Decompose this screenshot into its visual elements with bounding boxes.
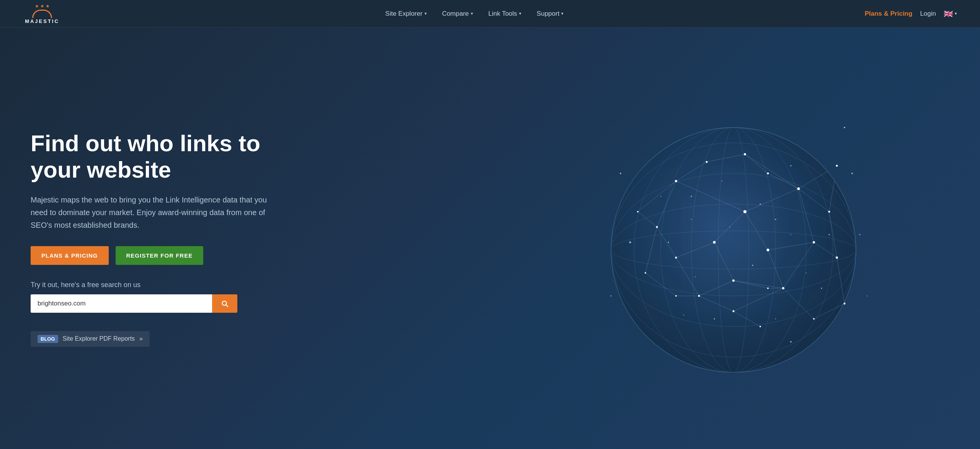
svg-point-60: [813, 241, 815, 243]
svg-point-100: [790, 341, 792, 343]
nav-right: Plans & Pricing Login 🇬🇧 ▾: [865, 9, 957, 18]
nav-compare[interactable]: Compare ▾: [436, 7, 479, 21]
svg-point-72: [637, 211, 639, 212]
hero-title: Find out who links to your website: [31, 130, 299, 183]
logo-text: MAJESTIC: [25, 18, 59, 24]
nav-link-tools-label: Link Tools: [488, 10, 517, 18]
svg-point-97: [844, 127, 845, 128]
svg-point-58: [675, 256, 677, 258]
svg-point-55: [732, 279, 735, 282]
chevron-down-icon: ▾: [955, 11, 957, 16]
svg-point-75: [691, 196, 692, 197]
hero-description: Majestic maps the web to bring you the L…: [31, 194, 268, 232]
svg-point-88: [775, 318, 776, 319]
svg-point-82: [806, 273, 807, 273]
chevron-down-icon: ▾: [561, 11, 564, 16]
blog-banner[interactable]: BLOG Site Explorer PDF Reports »: [31, 331, 150, 347]
blog-arrow-icon: »: [139, 335, 143, 342]
logo[interactable]: ★ ★ ★ MAJESTIC: [23, 3, 61, 24]
logo-arch: [32, 10, 52, 18]
svg-point-50: [743, 210, 746, 213]
svg-point-77: [775, 219, 776, 220]
svg-point-93: [620, 173, 621, 174]
star-3: ★: [46, 3, 50, 9]
blog-text: Site Explorer PDF Reports: [63, 335, 135, 342]
nav-link-tools[interactable]: Link Tools ▾: [482, 7, 528, 21]
flag-icon: 🇬🇧: [944, 9, 953, 18]
svg-point-65: [767, 172, 769, 174]
svg-point-99: [867, 295, 868, 296]
plans-pricing-link[interactable]: Plans & Pricing: [865, 10, 913, 18]
svg-point-83: [821, 287, 822, 289]
logo-stars: ★ ★ ★: [35, 3, 50, 9]
nav-compare-label: Compare: [442, 10, 469, 18]
svg-point-64: [744, 153, 746, 155]
hero-buttons: PLANS & PRICING REGISTER FOR FREE: [31, 246, 299, 265]
svg-point-90: [691, 219, 692, 220]
globe-container: [599, 104, 867, 372]
nav-site-explorer-label: Site Explorer: [385, 10, 422, 18]
svg-point-66: [645, 272, 646, 274]
star-1: ★: [35, 3, 39, 9]
language-selector[interactable]: 🇬🇧 ▾: [944, 9, 957, 18]
svg-point-51: [713, 241, 716, 243]
nav-center: Site Explorer ▾ Compare ▾ Link Tools ▾ S…: [84, 7, 865, 21]
svg-point-52: [767, 248, 769, 251]
svg-point-87: [791, 165, 792, 166]
search-icon: [220, 299, 229, 308]
hero-left: Find out who links to your website Majes…: [31, 130, 299, 347]
nav-support-label: Support: [537, 10, 560, 18]
navbar: ★ ★ ★ MAJESTIC Site Explorer ▾ Compare ▾…: [0, 0, 980, 28]
svg-point-80: [695, 276, 696, 277]
svg-point-71: [813, 318, 815, 320]
svg-point-89: [714, 318, 715, 319]
nav-support[interactable]: Support ▾: [531, 7, 570, 21]
search-input[interactable]: [31, 294, 212, 313]
svg-point-98: [611, 295, 612, 296]
svg-point-57: [656, 226, 658, 228]
chevron-down-icon: ▾: [471, 11, 473, 16]
svg-point-79: [752, 265, 753, 266]
svg-point-61: [828, 211, 830, 212]
blog-badge: BLOG: [38, 335, 58, 343]
search-bar: [31, 294, 237, 313]
svg-point-69: [760, 326, 761, 327]
svg-point-53: [675, 180, 677, 182]
hero-section: Find out who links to your website Majes…: [0, 28, 980, 449]
svg-point-81: [668, 242, 669, 243]
svg-point-92: [683, 315, 684, 315]
svg-point-68: [733, 310, 735, 312]
search-button[interactable]: [212, 294, 237, 313]
hero-globe: [464, 28, 980, 449]
svg-point-67: [675, 295, 677, 297]
free-search-label: Try it out, here's a free search on us: [31, 281, 299, 289]
chevron-down-icon: ▾: [519, 11, 521, 16]
svg-point-85: [760, 203, 761, 204]
svg-point-91: [829, 234, 830, 235]
svg-point-84: [729, 227, 730, 227]
register-free-button[interactable]: REGISTER FOR FREE: [116, 246, 204, 265]
svg-point-95: [851, 173, 853, 174]
svg-point-94: [629, 241, 631, 243]
globe-svg: [599, 104, 867, 372]
svg-point-63: [706, 161, 708, 163]
svg-point-62: [836, 256, 838, 259]
svg-point-76: [722, 181, 722, 181]
svg-point-86: [660, 196, 661, 197]
nav-site-explorer[interactable]: Site Explorer ▾: [379, 7, 433, 21]
svg-point-59: [698, 295, 700, 297]
plans-pricing-button[interactable]: PLANS & PRICING: [31, 246, 109, 265]
chevron-down-icon: ▾: [425, 11, 427, 16]
svg-point-74: [767, 287, 769, 289]
star-2: ★: [40, 3, 44, 9]
svg-point-73: [836, 165, 838, 167]
svg-point-54: [797, 187, 800, 190]
svg-point-56: [782, 287, 784, 289]
svg-point-2: [611, 127, 856, 372]
svg-point-96: [859, 234, 861, 235]
login-link[interactable]: Login: [920, 10, 936, 18]
svg-point-78: [791, 234, 791, 235]
